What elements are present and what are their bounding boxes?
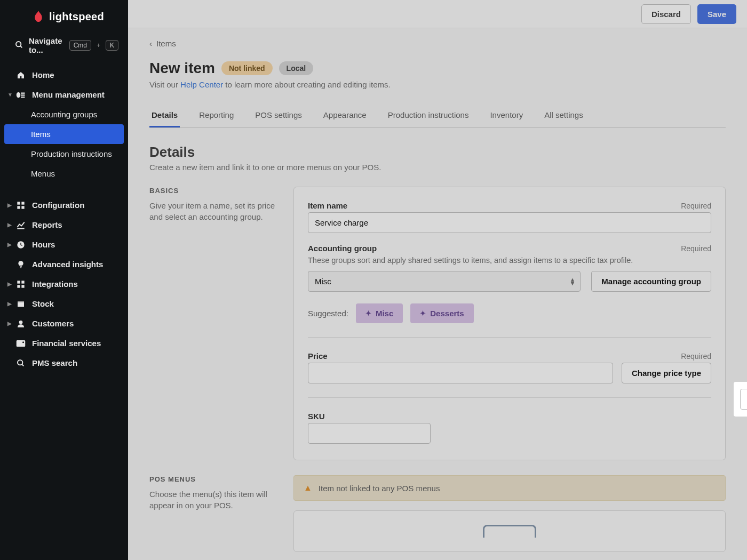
svg-point-2 [17, 92, 21, 98]
search-icon [15, 41, 23, 51]
tab-all-settings[interactable]: All settings [542, 104, 585, 127]
sparkle-icon: ✦ [365, 309, 371, 317]
menu-icon [16, 91, 26, 99]
accounting-group-label: Accounting group [308, 244, 377, 253]
basics-card: Item name Required Accounting group Requ… [293, 187, 726, 460]
nav-accounting-groups[interactable]: Accounting groups [0, 105, 128, 124]
nav-production-instructions[interactable]: Production instructions [0, 144, 128, 164]
content: ‹ Items New item Not linked Local Visit … [128, 28, 747, 560]
required-label: Required [681, 352, 711, 361]
item-name-input[interactable] [308, 212, 711, 233]
suggested-label: Suggested: [308, 309, 348, 318]
item-name-label: Item name [308, 201, 347, 210]
chevron-right-icon: ▶ [7, 301, 12, 307]
nav-configuration[interactable]: ▶ Configuration [0, 195, 128, 215]
nav-items[interactable]: Items [4, 124, 124, 144]
basics-heading: BASICS [149, 187, 277, 195]
tabs: Details Reporting POS settings Appearanc… [149, 104, 726, 128]
tab-inventory[interactable]: Inventory [488, 104, 525, 127]
main: Discard Save ‹ Items New item Not linked… [128, 0, 747, 560]
accounting-group-select[interactable] [308, 271, 581, 292]
home-icon [16, 71, 26, 79]
chip-misc[interactable]: ✦Misc [356, 303, 403, 323]
breadcrumb[interactable]: ‹ Items [149, 39, 726, 48]
section-sub-details: Create a new item and link it to one or … [149, 163, 726, 172]
tab-production-instructions[interactable]: Production instructions [386, 104, 471, 127]
svg-point-23 [18, 360, 22, 365]
chevron-down-icon: ▼ [7, 92, 13, 98]
svg-rect-13 [20, 267, 22, 268]
kbd-cmd: Cmd [69, 40, 91, 51]
nav-financial-services[interactable]: Financial services [0, 333, 128, 353]
warning-icon: ▲ [304, 483, 312, 493]
svg-rect-4 [21, 94, 25, 95]
brand-name: lightspeed [49, 11, 104, 23]
help-center-link[interactable]: Help Center [180, 80, 223, 89]
sku-label: SKU [308, 412, 325, 421]
svg-point-0 [16, 42, 21, 46]
device-icon [483, 525, 536, 538]
topbar: Discard Save [128, 0, 747, 28]
svg-rect-17 [21, 285, 24, 287]
nav-pms-search[interactable]: PMS search [0, 353, 128, 373]
svg-rect-7 [21, 202, 24, 204]
flame-icon [33, 10, 44, 23]
section-title-details: Details [149, 144, 726, 161]
tab-pos-settings[interactable]: POS settings [253, 104, 304, 127]
svg-rect-19 [18, 301, 24, 302]
svg-rect-5 [21, 97, 25, 98]
discard-button[interactable]: Discard [641, 4, 691, 24]
page-subtext: Visit our Help Center to learn more abou… [149, 80, 726, 89]
pos-menus-desc: Choose the menu(s) this item will appear… [149, 489, 277, 511]
select-arrows-icon: ▲▼ [569, 278, 575, 285]
nav-menu-management[interactable]: ▼ Menu management [0, 85, 128, 105]
sidebar: lightspeed Navigate to... Cmd + K Home ▼ [0, 0, 128, 560]
search-icon [16, 359, 26, 367]
svg-point-22 [22, 341, 24, 343]
search-label: Navigate to... [29, 36, 64, 54]
tab-appearance[interactable]: Appearance [321, 104, 369, 127]
sku-input[interactable] [308, 423, 431, 444]
svg-rect-12 [20, 266, 22, 267]
svg-rect-6 [17, 202, 20, 204]
chevron-right-icon: ▶ [7, 242, 12, 247]
card-icon [16, 340, 26, 347]
svg-line-24 [22, 364, 23, 366]
navigate-search[interactable]: Navigate to... Cmd + K [0, 31, 128, 61]
pos-illustration [293, 510, 726, 552]
pos-menus-heading: POS MENUS [149, 475, 277, 483]
tab-reporting[interactable]: Reporting [197, 104, 236, 127]
svg-rect-9 [21, 206, 24, 209]
change-price-type-button[interactable]: Change price type [622, 363, 711, 383]
svg-rect-8 [17, 206, 20, 209]
bulb-icon [16, 260, 26, 269]
nav-stock[interactable]: ▶ Stock [0, 294, 128, 314]
nav-home[interactable]: Home [0, 65, 128, 85]
user-icon [16, 319, 26, 328]
svg-rect-18 [18, 302, 24, 307]
svg-point-20 [19, 321, 23, 324]
svg-rect-3 [21, 92, 25, 93]
brand-logo[interactable]: lightspeed [0, 0, 128, 31]
badge-local: Local [279, 61, 314, 75]
svg-line-1 [20, 46, 22, 47]
svg-rect-14 [17, 281, 20, 283]
tab-details[interactable]: Details [149, 104, 180, 127]
clock-icon [16, 241, 26, 249]
chevron-right-icon: ▶ [7, 222, 12, 228]
save-button[interactable]: Save [697, 4, 736, 24]
badge-not-linked: Not linked [221, 61, 273, 75]
nav-advanced-insights[interactable]: Advanced insights [0, 254, 128, 274]
nav-customers[interactable]: ▶ Customers [0, 314, 128, 333]
price-label: Price [308, 351, 328, 361]
required-label: Required [681, 202, 711, 210]
chevron-right-icon: ▶ [7, 281, 12, 287]
nav-reports[interactable]: ▶ Reports [0, 215, 128, 235]
manage-accounting-group-button[interactable]: Manage accounting group [591, 271, 711, 292]
grid-icon [16, 201, 26, 210]
nav-hours[interactable]: ▶ Hours [0, 235, 128, 254]
nav-integrations[interactable]: ▶ Integrations [0, 274, 128, 294]
price-input[interactable] [308, 363, 613, 383]
chip-desserts[interactable]: ✦Desserts [410, 303, 473, 323]
nav-menus[interactable]: Menus [0, 164, 128, 183]
